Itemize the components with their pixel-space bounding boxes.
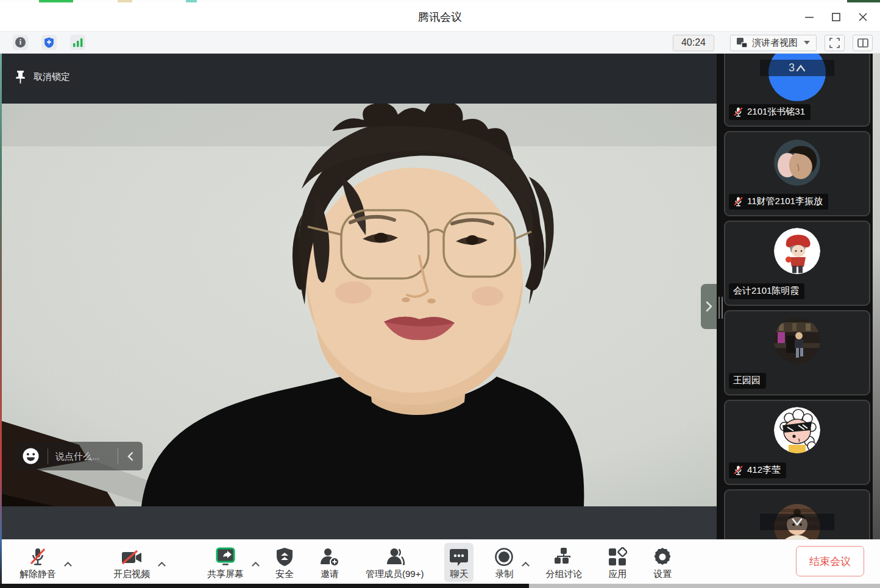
speaker-stage: 取消锁定: [0, 54, 717, 539]
mic-muted-icon: [29, 546, 47, 567]
participant-tile[interactable]: 会计2101陈明霞: [724, 221, 870, 306]
security-shield-icon: [276, 546, 293, 567]
collapse-chat-button[interactable]: [118, 452, 143, 461]
desktop-edge-bottom: [0, 584, 880, 588]
end-meeting-button[interactable]: 结束会议: [796, 546, 864, 576]
scroll-up-count: 3: [789, 62, 795, 74]
scroll-down-indicator[interactable]: [760, 514, 834, 530]
chevron-down-icon: [792, 518, 803, 526]
chevron-down-icon: [804, 41, 810, 44]
record-button[interactable]: 录制: [489, 543, 519, 582]
chat-bubble-icon: [449, 546, 469, 567]
desktop-edge-left: [0, 54, 2, 584]
participant-tile[interactable]: [724, 489, 870, 539]
button-label: 邀请: [321, 569, 339, 580]
window-title: 腾讯会议: [418, 10, 462, 24]
scroll-up-indicator[interactable]: 3: [760, 60, 834, 76]
participant-tile[interactable]: 3 2101张书铭31: [724, 54, 870, 127]
window-controls: [796, 2, 876, 32]
tencent-meeting-window: 腾讯会议 i 40:24 演讲者视图: [0, 0, 880, 588]
shield-protect-icon[interactable]: [41, 35, 57, 50]
button-label: 开启视频: [113, 569, 150, 580]
record-options-chevron[interactable]: [519, 544, 532, 583]
mic-muted-icon: [733, 196, 743, 207]
button-label: 管理成员(99+): [366, 569, 424, 580]
participant-tile[interactable]: 11财管2101李振放: [724, 131, 870, 216]
apps-button[interactable]: 应用: [603, 543, 632, 582]
participant-nametag: 11财管2101李振放: [729, 194, 828, 210]
fullscreen-button[interactable]: [825, 35, 845, 51]
button-label: 聊天: [450, 569, 468, 580]
participants-sidebar: 3 2101张书铭31 11财管2101李振放: [717, 54, 873, 539]
status-toolbar: i 40:24 演讲者视图: [0, 32, 880, 54]
quick-chat-bar: [13, 442, 143, 470]
participant-name: 王园园: [733, 375, 761, 386]
participant-nametag: 会计2101陈明霞: [729, 283, 804, 299]
gear-icon: [653, 546, 672, 567]
participant-nametag: 王园园: [729, 373, 766, 389]
layout-view-icon: [737, 38, 748, 48]
sidebar-resize-grip[interactable]: [719, 297, 723, 319]
invite-person-icon: [319, 546, 340, 567]
button-label: 应用: [608, 569, 626, 580]
button-label: 分组讨论: [545, 569, 582, 580]
desktop-edge-right: [873, 54, 880, 539]
participant-name: 412李莹: [747, 464, 781, 476]
avatar: [774, 228, 820, 274]
chevron-up-icon: [796, 64, 806, 72]
settings-button[interactable]: 设置: [648, 543, 677, 582]
status-toolbar-right: 40:24 演讲者视图: [673, 34, 873, 51]
start-video-button[interactable]: 开启视频: [108, 543, 155, 582]
stage-letterbox: [0, 506, 717, 539]
breakout-rooms-button[interactable]: 分组讨论: [541, 543, 587, 582]
button-label: 安全: [275, 569, 294, 580]
view-selector-label: 演讲者视图: [752, 37, 798, 49]
chat-button[interactable]: 聊天: [444, 543, 474, 582]
audio-options-chevron[interactable]: [61, 544, 74, 583]
breakout-rooms-icon: [554, 546, 573, 567]
quick-chat-input[interactable]: [48, 451, 118, 461]
participant-nametag: 2101张书铭31: [729, 104, 811, 120]
close-button[interactable]: [850, 5, 876, 29]
participant-name: 会计2101陈明霞: [733, 285, 799, 297]
security-button[interactable]: 安全: [271, 543, 299, 582]
mic-muted-icon: [733, 107, 743, 117]
maximize-button[interactable]: [823, 5, 850, 29]
unpin-button[interactable]: 取消锁定: [6, 63, 82, 91]
record-icon: [494, 546, 514, 567]
apps-grid-icon: [608, 546, 627, 567]
members-icon: [385, 546, 405, 567]
pin-icon: [15, 71, 26, 84]
avatar: [774, 140, 820, 186]
participant-tile[interactable]: 王园园: [724, 310, 870, 395]
meeting-info-icon[interactable]: i: [13, 35, 28, 50]
unpin-button-label: 取消锁定: [34, 71, 70, 83]
manage-members-button[interactable]: 管理成员(99+): [361, 543, 428, 582]
participant-name: 11财管2101李振放: [747, 196, 823, 207]
button-label: 设置: [653, 569, 672, 580]
share-options-chevron[interactable]: [249, 544, 262, 583]
video-options-chevron[interactable]: [155, 544, 168, 583]
main-area: 取消锁定: [0, 54, 880, 539]
participant-nametag: 412李莹: [729, 462, 786, 478]
view-selector[interactable]: 演讲者视图: [730, 35, 817, 51]
avatar: [774, 407, 820, 453]
share-screen-button[interactable]: 共享屏幕: [202, 543, 249, 582]
meeting-timer: 40:24: [673, 35, 714, 51]
sidebar-collapse-handle[interactable]: [701, 284, 717, 329]
camera-off-icon: [121, 546, 143, 567]
minimize-button[interactable]: [796, 5, 823, 29]
invite-button[interactable]: 邀请: [314, 543, 345, 582]
avatar: [774, 317, 820, 364]
participant-tile[interactable]: 412李莹: [724, 400, 870, 485]
bottom-toolbar: 解除静音 开启视频 共享屏幕 安全: [0, 539, 880, 584]
side-panel-toggle-button[interactable]: [853, 35, 873, 51]
network-signal-icon[interactable]: [70, 35, 85, 50]
button-label: 共享屏幕: [207, 569, 244, 580]
mic-muted-icon: [733, 465, 743, 475]
titlebar: 腾讯会议: [0, 2, 880, 32]
participant-name: 2101张书铭31: [747, 106, 805, 118]
share-screen-icon: [215, 546, 236, 567]
unmute-button[interactable]: 解除静音: [15, 543, 61, 582]
emoji-button[interactable]: [13, 448, 48, 464]
